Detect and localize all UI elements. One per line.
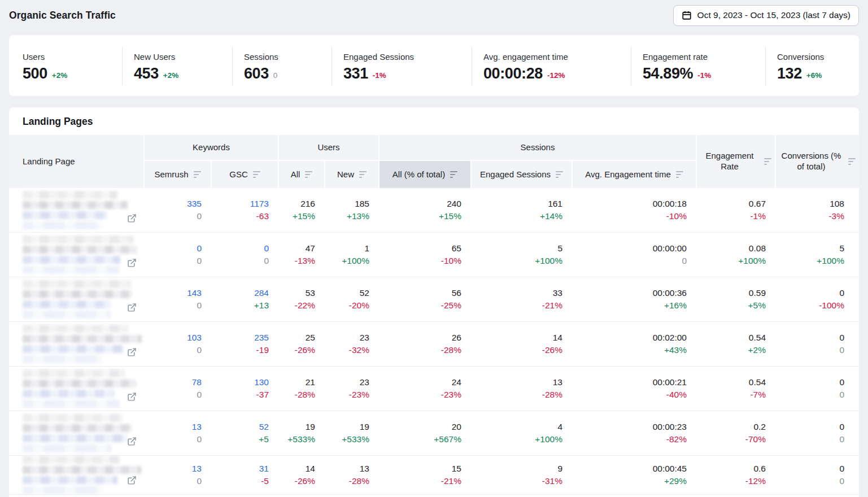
metric-value[interactable]: 284 <box>254 288 269 298</box>
column-header-engagement-rate[interactable]: Engagement Rate <box>697 135 775 188</box>
metric-cell: 52-20% <box>325 277 378 321</box>
metric-cell: 23-32% <box>325 322 378 366</box>
external-link-icon[interactable] <box>127 437 137 446</box>
metric-cell: 00:00:36+16% <box>573 277 696 321</box>
metric-delta: -3% <box>828 211 844 221</box>
sort-icon[interactable] <box>253 171 260 178</box>
column-header-sessions-all[interactable]: All (% of total) <box>380 161 470 188</box>
landing-page-cell <box>9 322 143 366</box>
metric-cell: 20+567% <box>380 411 470 455</box>
metric-delta: -28% <box>295 390 315 400</box>
external-link-icon[interactable] <box>127 303 137 312</box>
metric-delta: -21% <box>441 476 461 486</box>
redacted-page-url <box>23 486 103 494</box>
redacted-page-url[interactable] <box>23 211 107 219</box>
stat-cell: New Users453+2% <box>122 47 232 85</box>
metric-cell: 00 <box>776 456 859 494</box>
sort-icon[interactable] <box>194 171 201 178</box>
metric-value[interactable]: 235 <box>254 333 269 343</box>
redacted-page-url <box>23 400 120 408</box>
table-row: 1430284+1353-22%52-20%56-25%33-21%00:00:… <box>9 277 859 322</box>
metric-value: 240 <box>447 199 461 209</box>
stat-value: 132 <box>777 67 802 81</box>
external-link-icon[interactable] <box>127 258 137 268</box>
redacted-page-title <box>23 290 132 298</box>
metric-delta: +100% <box>535 256 562 266</box>
sort-icon[interactable] <box>676 171 683 178</box>
metric-delta: -100% <box>819 300 844 311</box>
sort-icon[interactable] <box>848 158 856 165</box>
redacted-page-title <box>23 335 142 343</box>
metric-value: 00:02:00 <box>653 333 687 343</box>
metric-value: 0.54 <box>749 333 766 343</box>
sort-icon[interactable] <box>359 171 367 178</box>
metric-delta: -23% <box>349 390 369 400</box>
stat-delta: +6% <box>806 71 822 80</box>
column-header-users-all[interactable]: All <box>279 161 324 188</box>
metric-value: 00:00:45 <box>653 464 687 474</box>
metric-cell: 56-25% <box>380 277 470 321</box>
metric-cell: 33-21% <box>472 277 572 321</box>
metric-cell: 0.54+2% <box>697 322 775 366</box>
table-row: 33501173-63216+15%185+13%240+15%161+14%0… <box>9 188 859 233</box>
metric-delta: +15% <box>439 211 461 221</box>
metric-delta: 0 <box>839 345 844 355</box>
redacted-page-url[interactable] <box>23 476 117 484</box>
metric-value[interactable]: 31 <box>259 464 269 474</box>
metric-value[interactable]: 130 <box>254 377 269 387</box>
metric-delta: -28% <box>349 476 369 486</box>
redacted-page-url[interactable] <box>23 390 114 398</box>
metric-delta: -10% <box>441 256 461 266</box>
metric-value[interactable]: 1173 <box>250 199 269 209</box>
metric-value[interactable]: 335 <box>187 199 202 209</box>
external-link-icon[interactable] <box>127 392 137 402</box>
metric-cell: 5+100% <box>472 233 572 277</box>
sort-icon[interactable] <box>764 158 771 165</box>
redacted-page-url[interactable] <box>23 300 111 308</box>
metric-delta: -13% <box>295 256 315 266</box>
metric-value[interactable]: 13 <box>192 464 202 474</box>
metric-value[interactable]: 78 <box>192 377 202 387</box>
metric-value[interactable]: 0 <box>264 243 269 254</box>
column-header-engaged-sessions[interactable]: Engaged Sessions <box>472 161 572 188</box>
sort-icon[interactable] <box>450 171 457 178</box>
metric-value: 0.59 <box>749 288 766 298</box>
column-header-avg-engagement-time[interactable]: Avg. Engagement time <box>573 161 696 188</box>
metric-value[interactable]: 0 <box>197 243 202 254</box>
date-range-button[interactable]: Oct 9, 2023 - Oct 15, 2023 (last 7 days) <box>673 5 859 26</box>
stat-value-line: 132+6% <box>777 67 859 81</box>
metric-cell: 00 <box>776 411 859 455</box>
landing-page-cell <box>9 411 143 455</box>
redacted-page-title <box>23 380 137 387</box>
metric-value[interactable]: 13 <box>192 422 202 432</box>
external-link-icon[interactable] <box>127 476 137 485</box>
metric-value: 33 <box>553 288 562 298</box>
sort-icon[interactable] <box>305 171 312 178</box>
stat-label: Engagement rate <box>643 52 765 62</box>
column-header-conversions[interactable]: Conversions (% of total) <box>776 135 859 188</box>
external-link-icon[interactable] <box>127 347 137 357</box>
metric-value: 53 <box>306 288 315 298</box>
landing-page-cell <box>9 277 143 321</box>
metric-value: 19 <box>360 422 369 432</box>
column-header-users-new[interactable]: New <box>325 161 378 188</box>
landing-page-cell <box>9 233 143 277</box>
redacted-page-url[interactable] <box>23 256 120 264</box>
redacted-page-url[interactable] <box>23 434 127 442</box>
stat-cell: Engaged Sessions331-1% <box>332 47 472 85</box>
metric-value: 00:00:23 <box>653 422 687 432</box>
sort-icon[interactable] <box>556 171 563 178</box>
external-link-icon[interactable] <box>127 213 137 223</box>
column-header-gsc[interactable]: GSC <box>212 161 278 188</box>
metric-value[interactable]: 52 <box>259 422 269 432</box>
column-header-semrush[interactable]: Semrush <box>145 161 211 188</box>
metric-delta: +13 <box>254 300 269 311</box>
metric-cell: 0.54-7% <box>697 367 775 411</box>
metric-value[interactable]: 103 <box>187 333 202 343</box>
stat-value: 331 <box>343 67 368 81</box>
metric-value: 14 <box>306 464 315 474</box>
metric-value[interactable]: 143 <box>187 288 202 298</box>
redacted-page-url[interactable] <box>23 345 124 353</box>
metric-delta: 0 <box>264 256 269 266</box>
metric-value: 5 <box>839 243 844 254</box>
